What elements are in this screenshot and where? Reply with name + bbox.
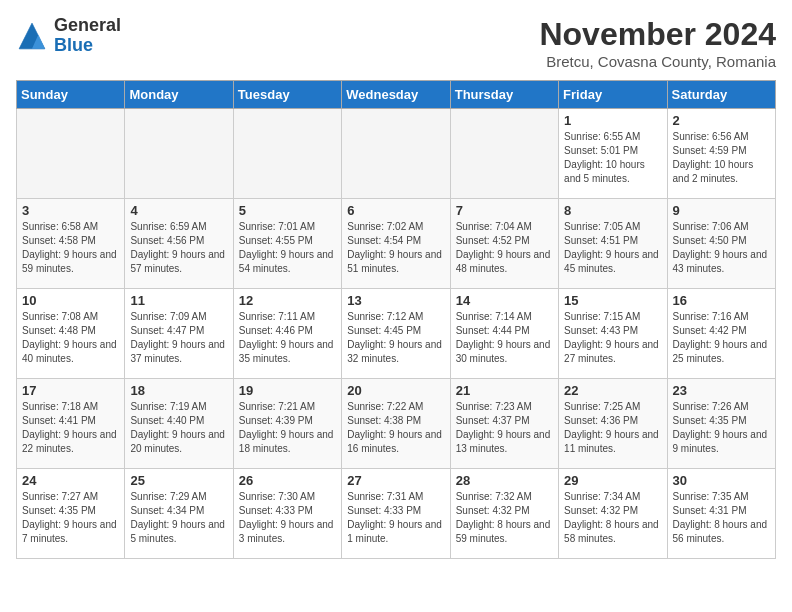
day-info: Sunrise: 6:55 AM Sunset: 5:01 PM Dayligh… — [564, 130, 661, 186]
calendar-cell: 9Sunrise: 7:06 AM Sunset: 4:50 PM Daylig… — [667, 199, 775, 289]
day-number: 29 — [564, 473, 661, 488]
day-number: 19 — [239, 383, 336, 398]
logo-text: General Blue — [54, 16, 121, 56]
day-info: Sunrise: 7:23 AM Sunset: 4:37 PM Dayligh… — [456, 400, 553, 456]
day-info: Sunrise: 7:26 AM Sunset: 4:35 PM Dayligh… — [673, 400, 770, 456]
weekday-header-tuesday: Tuesday — [233, 81, 341, 109]
day-info: Sunrise: 7:22 AM Sunset: 4:38 PM Dayligh… — [347, 400, 444, 456]
calendar-cell: 13Sunrise: 7:12 AM Sunset: 4:45 PM Dayli… — [342, 289, 450, 379]
weekday-header-wednesday: Wednesday — [342, 81, 450, 109]
calendar-cell: 15Sunrise: 7:15 AM Sunset: 4:43 PM Dayli… — [559, 289, 667, 379]
calendar-cell: 1Sunrise: 6:55 AM Sunset: 5:01 PM Daylig… — [559, 109, 667, 199]
calendar-week-2: 3Sunrise: 6:58 AM Sunset: 4:58 PM Daylig… — [17, 199, 776, 289]
day-info: Sunrise: 7:15 AM Sunset: 4:43 PM Dayligh… — [564, 310, 661, 366]
logo-general-text: General — [54, 16, 121, 36]
weekday-header-sunday: Sunday — [17, 81, 125, 109]
calendar-cell: 24Sunrise: 7:27 AM Sunset: 4:35 PM Dayli… — [17, 469, 125, 559]
month-title: November 2024 — [539, 16, 776, 53]
day-info: Sunrise: 7:35 AM Sunset: 4:31 PM Dayligh… — [673, 490, 770, 546]
day-number: 23 — [673, 383, 770, 398]
day-info: Sunrise: 7:12 AM Sunset: 4:45 PM Dayligh… — [347, 310, 444, 366]
calendar-cell — [342, 109, 450, 199]
day-number: 26 — [239, 473, 336, 488]
calendar-cell: 16Sunrise: 7:16 AM Sunset: 4:42 PM Dayli… — [667, 289, 775, 379]
weekday-header-thursday: Thursday — [450, 81, 558, 109]
calendar-cell: 26Sunrise: 7:30 AM Sunset: 4:33 PM Dayli… — [233, 469, 341, 559]
day-info: Sunrise: 7:31 AM Sunset: 4:33 PM Dayligh… — [347, 490, 444, 546]
calendar-cell: 14Sunrise: 7:14 AM Sunset: 4:44 PM Dayli… — [450, 289, 558, 379]
day-info: Sunrise: 7:18 AM Sunset: 4:41 PM Dayligh… — [22, 400, 119, 456]
day-number: 18 — [130, 383, 227, 398]
day-number: 27 — [347, 473, 444, 488]
day-info: Sunrise: 7:32 AM Sunset: 4:32 PM Dayligh… — [456, 490, 553, 546]
day-info: Sunrise: 7:19 AM Sunset: 4:40 PM Dayligh… — [130, 400, 227, 456]
calendar-cell — [233, 109, 341, 199]
calendar-cell: 29Sunrise: 7:34 AM Sunset: 4:32 PM Dayli… — [559, 469, 667, 559]
calendar-cell: 27Sunrise: 7:31 AM Sunset: 4:33 PM Dayli… — [342, 469, 450, 559]
day-number: 10 — [22, 293, 119, 308]
day-number: 25 — [130, 473, 227, 488]
calendar-cell: 6Sunrise: 7:02 AM Sunset: 4:54 PM Daylig… — [342, 199, 450, 289]
calendar-cell: 28Sunrise: 7:32 AM Sunset: 4:32 PM Dayli… — [450, 469, 558, 559]
day-number: 8 — [564, 203, 661, 218]
day-info: Sunrise: 7:27 AM Sunset: 4:35 PM Dayligh… — [22, 490, 119, 546]
calendar-cell: 19Sunrise: 7:21 AM Sunset: 4:39 PM Dayli… — [233, 379, 341, 469]
calendar-cell: 20Sunrise: 7:22 AM Sunset: 4:38 PM Dayli… — [342, 379, 450, 469]
day-info: Sunrise: 7:25 AM Sunset: 4:36 PM Dayligh… — [564, 400, 661, 456]
calendar-cell: 8Sunrise: 7:05 AM Sunset: 4:51 PM Daylig… — [559, 199, 667, 289]
day-info: Sunrise: 7:05 AM Sunset: 4:51 PM Dayligh… — [564, 220, 661, 276]
weekday-header-friday: Friday — [559, 81, 667, 109]
calendar-cell: 5Sunrise: 7:01 AM Sunset: 4:55 PM Daylig… — [233, 199, 341, 289]
day-info: Sunrise: 7:30 AM Sunset: 4:33 PM Dayligh… — [239, 490, 336, 546]
calendar-cell: 12Sunrise: 7:11 AM Sunset: 4:46 PM Dayli… — [233, 289, 341, 379]
day-number: 22 — [564, 383, 661, 398]
calendar-cell: 4Sunrise: 6:59 AM Sunset: 4:56 PM Daylig… — [125, 199, 233, 289]
day-number: 15 — [564, 293, 661, 308]
day-number: 6 — [347, 203, 444, 218]
day-info: Sunrise: 7:11 AM Sunset: 4:46 PM Dayligh… — [239, 310, 336, 366]
day-number: 1 — [564, 113, 661, 128]
day-number: 9 — [673, 203, 770, 218]
day-number: 3 — [22, 203, 119, 218]
day-number: 13 — [347, 293, 444, 308]
day-number: 16 — [673, 293, 770, 308]
day-info: Sunrise: 7:21 AM Sunset: 4:39 PM Dayligh… — [239, 400, 336, 456]
calendar-cell: 11Sunrise: 7:09 AM Sunset: 4:47 PM Dayli… — [125, 289, 233, 379]
day-info: Sunrise: 7:02 AM Sunset: 4:54 PM Dayligh… — [347, 220, 444, 276]
day-number: 24 — [22, 473, 119, 488]
weekday-header-monday: Monday — [125, 81, 233, 109]
day-info: Sunrise: 7:08 AM Sunset: 4:48 PM Dayligh… — [22, 310, 119, 366]
day-number: 12 — [239, 293, 336, 308]
day-number: 21 — [456, 383, 553, 398]
day-info: Sunrise: 7:06 AM Sunset: 4:50 PM Dayligh… — [673, 220, 770, 276]
weekday-header-row: SundayMondayTuesdayWednesdayThursdayFrid… — [17, 81, 776, 109]
calendar-cell — [125, 109, 233, 199]
page-header: General Blue November 2024 Bretcu, Covas… — [16, 16, 776, 70]
calendar-cell: 23Sunrise: 7:26 AM Sunset: 4:35 PM Dayli… — [667, 379, 775, 469]
day-number: 20 — [347, 383, 444, 398]
logo-icon — [16, 20, 48, 52]
calendar-week-1: 1Sunrise: 6:55 AM Sunset: 5:01 PM Daylig… — [17, 109, 776, 199]
day-info: Sunrise: 7:09 AM Sunset: 4:47 PM Dayligh… — [130, 310, 227, 366]
title-area: November 2024 Bretcu, Covasna County, Ro… — [539, 16, 776, 70]
day-number: 17 — [22, 383, 119, 398]
calendar-cell: 30Sunrise: 7:35 AM Sunset: 4:31 PM Dayli… — [667, 469, 775, 559]
calendar-cell: 17Sunrise: 7:18 AM Sunset: 4:41 PM Dayli… — [17, 379, 125, 469]
calendar-cell: 10Sunrise: 7:08 AM Sunset: 4:48 PM Dayli… — [17, 289, 125, 379]
day-number: 7 — [456, 203, 553, 218]
day-number: 30 — [673, 473, 770, 488]
calendar-week-4: 17Sunrise: 7:18 AM Sunset: 4:41 PM Dayli… — [17, 379, 776, 469]
calendar-cell: 18Sunrise: 7:19 AM Sunset: 4:40 PM Dayli… — [125, 379, 233, 469]
weekday-header-saturday: Saturday — [667, 81, 775, 109]
logo-blue-text: Blue — [54, 36, 121, 56]
day-info: Sunrise: 7:04 AM Sunset: 4:52 PM Dayligh… — [456, 220, 553, 276]
calendar-week-5: 24Sunrise: 7:27 AM Sunset: 4:35 PM Dayli… — [17, 469, 776, 559]
calendar-week-3: 10Sunrise: 7:08 AM Sunset: 4:48 PM Dayli… — [17, 289, 776, 379]
calendar-cell: 3Sunrise: 6:58 AM Sunset: 4:58 PM Daylig… — [17, 199, 125, 289]
day-info: Sunrise: 7:16 AM Sunset: 4:42 PM Dayligh… — [673, 310, 770, 366]
location-title: Bretcu, Covasna County, Romania — [539, 53, 776, 70]
calendar-table: SundayMondayTuesdayWednesdayThursdayFrid… — [16, 80, 776, 559]
day-number: 28 — [456, 473, 553, 488]
day-number: 2 — [673, 113, 770, 128]
day-number: 4 — [130, 203, 227, 218]
